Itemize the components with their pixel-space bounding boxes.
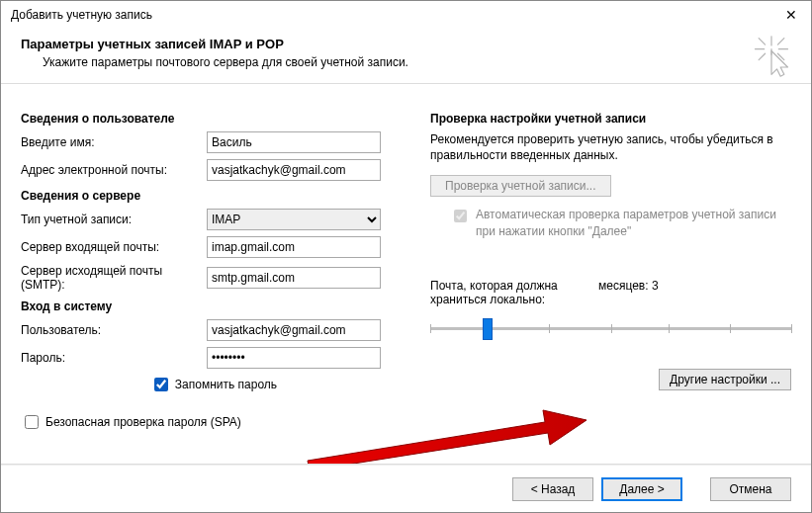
outgoing-label: Сервер исходящей почты (SMTP): [21,264,207,292]
header-subtitle: Укажите параметры почтового сервера для … [43,55,791,69]
slider-tick [730,324,731,333]
spa-label: Безопасная проверка пароля (SPA) [45,415,241,429]
back-button[interactable]: < Назад [512,477,593,501]
titlebar: Добавить учетную запись ✕ [1,1,811,29]
password-label: Пароль: [21,351,207,365]
section-server-info: Сведения о сервере [21,189,406,203]
auto-test-checkbox[interactable] [454,210,467,222]
slider-tick [430,324,431,333]
window-title: Добавить учетную запись [11,8,152,22]
svg-line-6 [759,53,765,59]
name-label: Введите имя: [21,135,207,149]
cursor-spark-icon [750,35,793,78]
section-user-info: Сведения о пользователе [21,112,406,126]
auto-test-label: Автоматическая проверка параметров учетн… [476,207,791,238]
outgoing-input[interactable] [207,267,381,289]
cancel-button[interactable]: Отмена [710,477,791,501]
local-mail-section: Почта, которая должна храниться локально… [430,279,791,344]
name-input[interactable] [207,131,381,153]
auto-test-row: Автоматическая проверка параметров учетн… [450,207,791,238]
local-mail-label: Почта, которая должна храниться локально… [430,279,598,306]
section-login: Вход в систему [21,299,406,313]
user-input[interactable] [207,319,381,341]
local-mail-value: месяцев: 3 [598,279,659,306]
svg-line-5 [777,39,783,44]
account-type-label: Тип учетной записи: [21,213,207,226]
slider-tick [669,324,670,333]
slider-tick [549,324,550,333]
svg-line-4 [759,39,765,44]
content-area: Сведения о пользователе Введите имя: Адр… [1,100,811,465]
more-settings-button[interactable]: Другие настройки ... [659,369,791,390]
email-label: Адрес электронной почты: [21,163,207,177]
header-panel: Параметры учетных записей IMAP и POP Ука… [1,29,811,84]
remember-password-label: Запомнить пароль [175,378,277,391]
test-description: Рекомендуется проверить учетную запись, … [430,131,791,163]
footer: < Назад Далее > Отмена [1,465,811,512]
spa-checkbox[interactable] [25,415,39,429]
header-title: Параметры учетных записей IMAP и POP [21,37,791,51]
account-type-select[interactable]: IMAP [207,209,381,230]
slider-tick [611,324,612,333]
user-label: Пользователь: [21,323,207,337]
remember-password-row: Запомнить пароль [21,375,406,394]
test-account-button[interactable]: Проверка учетной записи... [430,175,611,197]
close-icon: ✕ [785,7,797,23]
incoming-label: Сервер входящей почты: [21,240,207,254]
section-test: Проверка настройки учетной записи [430,112,791,126]
incoming-input[interactable] [207,236,381,258]
email-input[interactable] [207,159,381,181]
slider-thumb[interactable] [483,318,493,340]
close-button[interactable]: ✕ [771,1,811,29]
password-input[interactable] [207,347,381,369]
local-mail-slider[interactable] [430,316,791,344]
spa-row: Безопасная проверка пароля (SPA) [21,412,406,432]
slider-tick [791,324,792,333]
next-button[interactable]: Далее > [601,477,682,501]
remember-password-checkbox[interactable] [154,378,168,391]
left-column: Сведения о пользователе Введите имя: Адр… [21,108,406,432]
